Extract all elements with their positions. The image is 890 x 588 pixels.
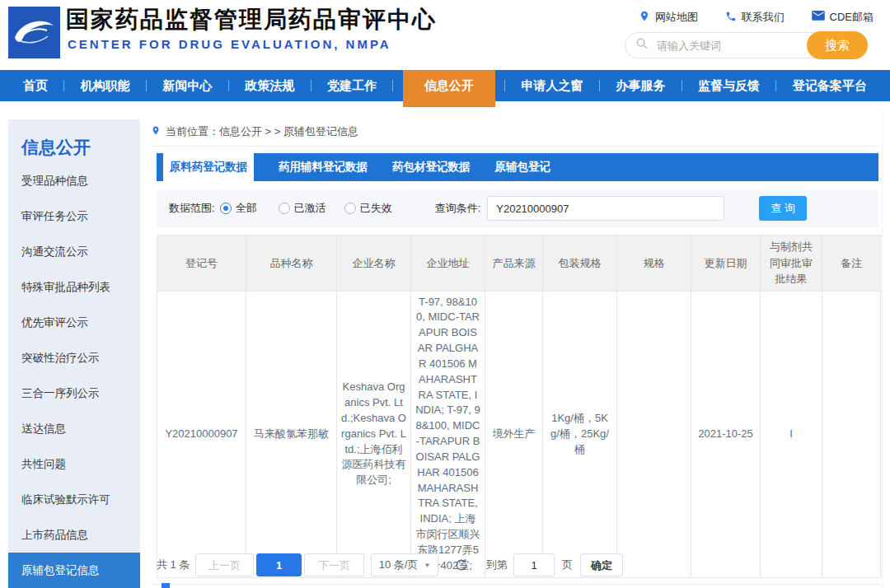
query-input[interactable] <box>487 196 724 221</box>
next-section-divider <box>150 584 880 585</box>
page: 国家药品监督管理局药品审评中心 CENTER FOR DRUG EVALUATI… <box>0 0 890 588</box>
nav-item-supervision[interactable]: 监督与反馈 <box>691 70 766 101</box>
nav-item-registration-platform[interactable]: 登记备案平台 <box>786 70 874 101</box>
sidebar-item-clinical-trial-license[interactable]: 临床试验默示许可 <box>8 482 140 517</box>
radio-expired[interactable] <box>344 203 356 214</box>
col-header-company-name: 企业名称 <box>337 236 411 292</box>
contact-label: 联系我们 <box>742 10 785 25</box>
location-pin-icon <box>639 10 650 25</box>
col-header-variety-name: 品种名称 <box>246 236 337 292</box>
sidebar-item-review-tasks[interactable]: 审评任务公示 <box>8 198 140 234</box>
cell-registration-no: Y20210000907 <box>157 291 246 577</box>
main-nav: 首页 机构职能 新闻中心 政策法规 党建工作 信息公开 申请人之窗 办事服务 监… <box>0 70 890 101</box>
next-section-bullet <box>162 583 170 588</box>
cell-update-date: 2021-10-25 <box>691 291 761 577</box>
sidebar-item-breakthrough-therapy[interactable]: 突破性治疗公示 <box>8 340 140 376</box>
scope-label: 数据范围: <box>169 201 215 216</box>
radio-activated[interactable] <box>279 203 290 214</box>
sidebar-item-common-issues[interactable]: 共性问题 <box>8 446 140 482</box>
current-page-button[interactable]: 1 <box>256 553 302 576</box>
breadcrumb: 当前位置：信息公开 > > 原辅包登记信息 <box>151 124 358 139</box>
search-button[interactable]: 搜索 <box>807 31 868 59</box>
query-button[interactable]: 查 询 <box>759 196 807 221</box>
radio-activated-label[interactable]: 已激活 <box>294 201 326 216</box>
sidebar-item-special-approval[interactable]: 特殊审批品种列表 <box>8 269 140 305</box>
confirm-button[interactable]: 确定 <box>580 553 623 576</box>
content-right-border <box>882 111 883 588</box>
tab-api-registration[interactable]: 原料药登记数据 <box>163 153 254 181</box>
col-header-remarks: 备注 <box>822 236 881 292</box>
sidebar-item-api-excipient-registration[interactable]: 原辅包登记信息 <box>8 553 140 588</box>
nav-item-functions[interactable]: 机构职能 <box>74 70 137 101</box>
nav-separator <box>504 80 505 91</box>
refresh-icon[interactable] <box>454 558 469 572</box>
sidebar-item-accepted-varieties[interactable]: 受理品种信息 <box>8 163 140 198</box>
sidebar-item-three-in-one[interactable]: 三合一序列公示 <box>8 376 140 411</box>
col-header-joint-review-result: 与制剂共同审批审批结果 <box>761 236 822 292</box>
cde-logo[interactable] <box>8 7 60 58</box>
total-count: 共 1 条 <box>157 558 194 572</box>
nav-item-news[interactable]: 新闻中心 <box>157 70 219 101</box>
swan-logo-icon <box>8 47 60 61</box>
nav-separator <box>392 80 393 91</box>
sidebar-title: 信息公开 <box>8 119 140 163</box>
next-page-button[interactable]: 下一页 <box>304 553 364 576</box>
nav-separator <box>775 80 776 91</box>
sidebar-item-delivery-info[interactable]: 送达信息 <box>8 411 140 446</box>
location-pin-icon <box>151 124 161 139</box>
prev-page-button[interactable]: 上一页 <box>195 553 254 576</box>
table-header-row: 登记号 品种名称 企业名称 企业地址 产品来源 包装规格 规格 更新日期 与制剂… <box>157 236 881 292</box>
col-header-product-source: 产品来源 <box>485 236 543 292</box>
table-row: Y20210000907 马来酸氯苯那敏 Keshava Organics Pv… <box>157 291 881 577</box>
nav-item-home[interactable]: 首页 <box>16 70 54 101</box>
query-label: 查询条件: <box>435 201 481 216</box>
nav-separator <box>146 80 147 91</box>
registration-table: 登记号 品种名称 企业名称 企业地址 产品来源 包装规格 规格 更新日期 与制剂… <box>157 235 881 578</box>
goto-page-suffix: 页 <box>562 558 573 572</box>
tab-api-excipient[interactable]: 原辅包登记 <box>495 153 551 181</box>
col-header-packaging-spec: 包装规格 <box>543 236 617 292</box>
cell-company-name: Keshava Organics Pvt. Ltd.;Keshava Organ… <box>337 291 411 577</box>
sidebar-item-priority-review[interactable]: 优先审评公示 <box>8 305 140 340</box>
nav-separator <box>599 80 600 91</box>
radio-all[interactable] <box>220 203 232 214</box>
site-search: 搜索 <box>625 32 868 58</box>
filter-bar: 数据范围: 全部 已激活 已失效 查询条件: 查 询 <box>157 189 878 227</box>
radio-all-label[interactable]: 全部 <box>236 201 257 216</box>
sidebar-item-marketed-drugs[interactable]: 上市药品信息 <box>8 517 140 553</box>
cell-spec <box>617 291 691 577</box>
nav-item-party[interactable]: 党建工作 <box>321 70 383 101</box>
page-title: 国家药品监督管理局药品审评中心 <box>66 4 437 35</box>
nav-item-info-disclosure[interactable]: 信息公开 <box>403 70 495 107</box>
nav-separator <box>63 80 64 91</box>
breadcrumb-divider <box>151 146 880 147</box>
goto-page-input[interactable] <box>513 553 555 576</box>
cell-joint-review-result: I <box>761 291 822 577</box>
pagination: 共 1 条 上一页 1 下一页 10 条/页 ▼ 到第 页 确定 <box>157 553 623 576</box>
nav-item-services[interactable]: 办事服务 <box>609 70 672 101</box>
col-header-company-address: 企业地址 <box>411 236 485 292</box>
envelope-icon <box>812 11 825 24</box>
nav-separator <box>682 80 682 91</box>
site-header: 国家药品监督管理局药品审评中心 CENTER FOR DRUG EVALUATI… <box>0 0 890 70</box>
cell-remarks <box>822 291 881 577</box>
nav-item-applicant-window[interactable]: 申请人之窗 <box>515 70 590 101</box>
page-size-value: 10 条/页 <box>379 558 419 572</box>
tab-packaging-registration[interactable]: 药包材登记数据 <box>392 153 471 181</box>
mailbox-link[interactable]: CDE邮箱 <box>812 10 874 25</box>
contact-link[interactable]: 联系我们 <box>725 10 785 25</box>
cell-variety-name: 马来酸氯苯那敏 <box>246 291 337 577</box>
nav-item-policies[interactable]: 政策法规 <box>238 70 301 101</box>
search-icon <box>625 37 649 54</box>
sitemap-link[interactable]: 网站地图 <box>639 10 698 25</box>
sidebar-item-communication[interactable]: 沟通交流公示 <box>8 234 140 269</box>
search-input[interactable] <box>655 39 807 53</box>
tab-excipient-registration[interactable]: 药用辅料登记数据 <box>279 153 368 181</box>
top-links: 网站地图 联系我们 CDE邮箱 <box>639 10 874 25</box>
radio-expired-label[interactable]: 已失效 <box>360 201 392 216</box>
page-size-select[interactable]: 10 条/页 ▼ <box>371 553 438 576</box>
tab-bar: 原料药登记数据 药用辅料登记数据 药包材登记数据 原辅包登记 <box>157 153 878 181</box>
col-header-registration-no: 登记号 <box>157 236 246 292</box>
col-header-spec: 规格 <box>617 236 691 292</box>
nav-separator <box>228 80 229 91</box>
